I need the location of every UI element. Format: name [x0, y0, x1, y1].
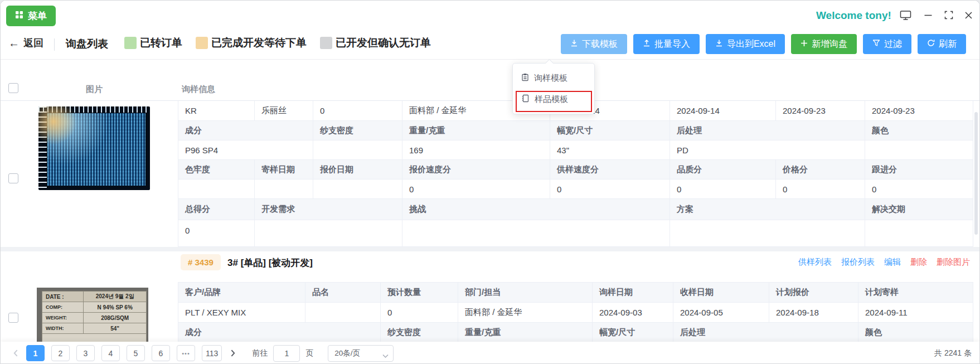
- goto-label: 前往: [252, 348, 268, 358]
- record2-spec-photo[interactable]: DATE : 2024년 9월 2일 COMP: N 94% SP 6% WEI…: [37, 288, 148, 346]
- label-color: 颜色: [858, 323, 973, 343]
- page-size-select[interactable]: 20条/页: [328, 345, 394, 362]
- cell-expected-qty: 0: [313, 101, 402, 121]
- record1-checkbox[interactable]: [8, 173, 18, 183]
- supply-list-link[interactable]: 供样列表: [798, 257, 832, 268]
- quote-list-link[interactable]: 报价列表: [841, 257, 875, 268]
- vertical-scrollbar-thumb[interactable]: [974, 112, 978, 235]
- grid-menu-icon: [15, 11, 23, 22]
- label-finishing: 后处理: [670, 121, 865, 140]
- refresh-button[interactable]: 刷新: [918, 34, 966, 54]
- total-count: 共 2241 条: [934, 348, 972, 358]
- cell-delivery-solution: [865, 220, 973, 247]
- cell-expected-qty: 0: [381, 303, 458, 323]
- column-header-image: 图片: [73, 84, 115, 95]
- edit-link[interactable]: 编辑: [884, 257, 901, 268]
- record1-fabric-photo[interactable]: [38, 106, 150, 190]
- plus-icon: [801, 39, 808, 49]
- filter-button[interactable]: 过滤: [863, 34, 911, 54]
- page-button-2[interactable]: 2: [51, 345, 70, 361]
- chevron-down-icon: [382, 352, 389, 360]
- batch-import-button[interactable]: 批量导入: [633, 34, 700, 54]
- cell-solution: [670, 220, 865, 247]
- label-finishing: 后处理: [673, 323, 858, 343]
- cell-weight: 169: [402, 140, 550, 160]
- select-all-checkbox[interactable]: [8, 83, 18, 93]
- table-row: 0 0 0 0 0: [178, 179, 973, 199]
- page-button-6[interactable]: 6: [152, 345, 170, 361]
- label-solution: 方案: [670, 199, 865, 220]
- minimize-icon[interactable]: [921, 9, 935, 21]
- cell-plan-quote: 2024-09-18: [769, 303, 858, 323]
- page-button-last[interactable]: 113: [202, 345, 222, 361]
- dropdown-item-sample-template[interactable]: 样品模板: [513, 89, 594, 110]
- menu-button-label: 菜单: [28, 9, 47, 22]
- label-inquiry-date: 询样日期: [593, 283, 673, 303]
- display-monitor-icon[interactable]: [898, 9, 913, 21]
- cell-product-name: [305, 303, 381, 323]
- next-page-button[interactable]: [225, 345, 240, 361]
- label-send-sample-date: 寄样日期: [255, 160, 313, 179]
- label-width-size: 幅宽/尺寸: [550, 121, 670, 140]
- table-row: 成分 纱支密度 重量/克重 幅宽/尺寸 后处理 颜色: [178, 323, 973, 343]
- label-quote-date: 报价日期: [313, 160, 402, 179]
- download-icon: [715, 39, 723, 49]
- cell-yarn-density: [313, 140, 402, 160]
- cell-plan-sample: 2024-09-11: [858, 303, 973, 323]
- goto-page-input[interactable]: [273, 345, 300, 362]
- spec-row-width: WIDTH: 54": [42, 323, 146, 334]
- label-receive-date: 收样日期: [673, 283, 769, 303]
- delete-image-link[interactable]: 删除图片: [937, 257, 970, 268]
- record1-table: KR 乐丽丝 0 面料部 / 金延华 2024-09-14 2024-09-14…: [178, 101, 973, 247]
- download-template-dropdown: 询样模板 样品模板: [512, 63, 595, 114]
- dropdown-item-inquiry-template[interactable]: 询样模板: [513, 67, 594, 89]
- page-button-4[interactable]: 4: [101, 345, 120, 361]
- cell-inquiry-date: 2024-09-03: [593, 303, 673, 323]
- back-arrow-icon: ←: [8, 37, 20, 50]
- cell-customer-brand: KR: [178, 101, 255, 121]
- more-pages-button[interactable]: •••: [177, 345, 195, 361]
- back-label: 返回: [23, 36, 43, 50]
- cell-receive-date: 2024-09-14: [670, 101, 776, 121]
- cell-composition: P96 SP4: [178, 140, 313, 160]
- prev-page-button[interactable]: [8, 345, 23, 361]
- cell-followup-score: 0: [865, 179, 973, 199]
- label-dev-requirement: 开发需求: [255, 199, 402, 220]
- page-button-3[interactable]: 3: [76, 345, 95, 361]
- delete-link[interactable]: 删除: [910, 257, 927, 268]
- cell-plan-sample-date: 2024-09-23: [865, 101, 973, 121]
- page-button-5[interactable]: 5: [127, 345, 145, 361]
- toolbar: ← 返回 询盘列表 已转订单 已完成开发等待下单 已开发但确认无订单 下载模板: [1, 28, 979, 60]
- record-actions: 供样列表 报价列表 编辑 删除 删除图片: [798, 257, 970, 268]
- label-plan-quote: 计划报价: [769, 283, 858, 303]
- back-button[interactable]: ← 返回: [8, 36, 43, 50]
- label-expected-qty: 预计数量: [381, 283, 458, 303]
- menu-button[interactable]: 菜单: [6, 6, 56, 26]
- cell-receive-date: 2024-09-05: [673, 303, 769, 323]
- add-inquiry-button[interactable]: 新增询盘: [791, 34, 857, 54]
- label-price-score: 价格分: [776, 160, 865, 179]
- export-excel-button[interactable]: 导出到Excel: [706, 34, 785, 54]
- label-composition: 成分: [178, 323, 381, 343]
- page-button-1[interactable]: 1: [26, 345, 45, 361]
- welcome-text: Welcome tony!: [816, 9, 891, 22]
- cell-color: [865, 140, 973, 160]
- cell-price-score: 0: [776, 179, 865, 199]
- legend-item-ordered: 已转订单: [124, 36, 182, 50]
- record2-checkbox[interactable]: [8, 313, 18, 323]
- spec-sheet: DATE : 2024년 9월 2일 COMP: N 94% SP 6% WEI…: [42, 291, 147, 346]
- legend-item-developed-waiting: 已完成开发等待下单: [196, 36, 307, 50]
- maximize-icon[interactable]: [942, 9, 956, 21]
- cell-dev-requirement: [255, 220, 402, 247]
- table-row: 成分 纱支密度 重量/克重 幅宽/尺寸 后处理 颜色: [178, 121, 973, 140]
- record2-table: 客户/品牌 品名 预计数量 部门/担当 询样日期 收样日期 计划报价 计划寄样 …: [178, 282, 973, 343]
- upload-icon: [643, 39, 651, 49]
- close-icon[interactable]: [961, 9, 976, 21]
- label-weight: 重量/克重: [458, 323, 593, 343]
- download-template-button[interactable]: 下载模板: [561, 34, 627, 54]
- light-glow: [38, 106, 79, 147]
- toolbar-buttons: 下载模板 批量导入 导出到Excel 新增询盘 过滤 刷新: [561, 34, 966, 54]
- cell-finishing: PD: [670, 140, 865, 160]
- cell-plan-quote-date: 2024-09-23: [776, 101, 865, 121]
- label-quote-speed-score: 报价速度分: [402, 160, 550, 179]
